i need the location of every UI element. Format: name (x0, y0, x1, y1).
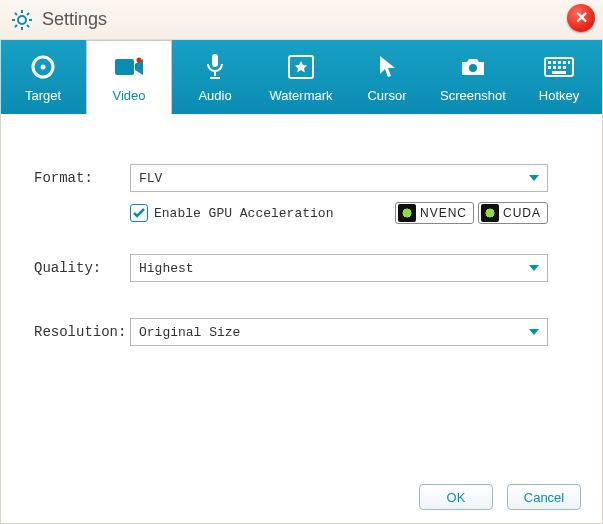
svg-point-4 (137, 58, 142, 63)
format-select[interactable]: FLV (130, 164, 548, 192)
gear-icon (10, 8, 34, 32)
cuda-badge: CUDA (478, 202, 548, 224)
quality-value: Highest (139, 261, 194, 276)
svg-rect-9 (548, 61, 551, 64)
video-icon (114, 52, 144, 82)
chevron-down-icon (529, 265, 539, 271)
svg-rect-16 (558, 66, 561, 69)
chevron-down-icon (529, 175, 539, 181)
svg-rect-5 (212, 54, 218, 67)
row-resolution: Resolution: Original Size (34, 318, 573, 346)
nvidia-eye-icon (481, 204, 499, 222)
watermark-icon (288, 52, 314, 82)
mic-icon (204, 52, 226, 82)
target-icon (30, 52, 56, 82)
close-button[interactable]: ✕ (567, 4, 595, 32)
check-icon (132, 206, 146, 220)
tab-label: Watermark (269, 88, 332, 103)
gpu-badges: NVENC CUDA (395, 202, 548, 224)
tab-target[interactable]: Target (0, 40, 86, 114)
settings-content: Format: FLV Enable GPU Acceleration NVEN… (0, 114, 603, 346)
svg-rect-12 (563, 61, 566, 64)
svg-rect-3 (115, 59, 134, 75)
svg-rect-17 (563, 66, 566, 69)
svg-rect-18 (552, 71, 566, 74)
tab-audio[interactable]: Audio (172, 40, 258, 114)
resolution-label: Resolution: (34, 324, 130, 340)
gpu-label: Enable GPU Acceleration (154, 206, 333, 221)
titlebar: Settings ✕ (0, 0, 603, 40)
tab-watermark[interactable]: Watermark (258, 40, 344, 114)
chevron-down-icon (529, 329, 539, 335)
svg-rect-13 (568, 61, 570, 64)
quality-label: Quality: (34, 260, 130, 276)
tab-hotkey[interactable]: Hotkey (516, 40, 602, 114)
tab-label: Target (25, 88, 61, 103)
svg-point-2 (41, 64, 46, 69)
tab-video[interactable]: Video (86, 40, 172, 114)
close-icon: ✕ (575, 10, 588, 26)
svg-rect-11 (558, 61, 561, 64)
row-quality: Quality: Highest (34, 254, 573, 282)
nvenc-badge: NVENC (395, 202, 474, 224)
ok-button[interactable]: OK (419, 484, 493, 510)
nvidia-eye-icon (398, 204, 416, 222)
format-value: FLV (139, 171, 162, 186)
svg-rect-10 (553, 61, 556, 64)
svg-point-0 (18, 16, 26, 24)
tab-label: Hotkey (539, 88, 579, 103)
tab-strip: Target Video Audio Watermark Cursor Scre… (0, 40, 603, 114)
tab-label: Cursor (367, 88, 406, 103)
cursor-icon (377, 52, 397, 82)
camera-icon (459, 52, 487, 82)
nvenc-text: NVENC (420, 206, 467, 220)
format-label: Format: (34, 170, 130, 186)
row-format: Format: FLV (34, 164, 573, 192)
resolution-select[interactable]: Original Size (130, 318, 548, 346)
tab-screenshot[interactable]: Screenshot (430, 40, 516, 114)
footer: OK Cancel (419, 484, 581, 510)
quality-select[interactable]: Highest (130, 254, 548, 282)
svg-rect-15 (553, 66, 556, 69)
gpu-checkbox[interactable] (130, 204, 148, 222)
svg-rect-14 (548, 66, 551, 69)
tab-label: Screenshot (440, 88, 506, 103)
tab-cursor[interactable]: Cursor (344, 40, 430, 114)
tab-label: Video (112, 88, 145, 103)
tab-label: Audio (198, 88, 231, 103)
svg-point-7 (469, 64, 477, 72)
row-gpu: Enable GPU Acceleration NVENC CUDA (130, 202, 548, 224)
resolution-value: Original Size (139, 325, 240, 340)
window-title: Settings (42, 9, 107, 30)
cancel-button[interactable]: Cancel (507, 484, 581, 510)
cuda-text: CUDA (503, 206, 541, 220)
keyboard-icon (544, 52, 574, 82)
